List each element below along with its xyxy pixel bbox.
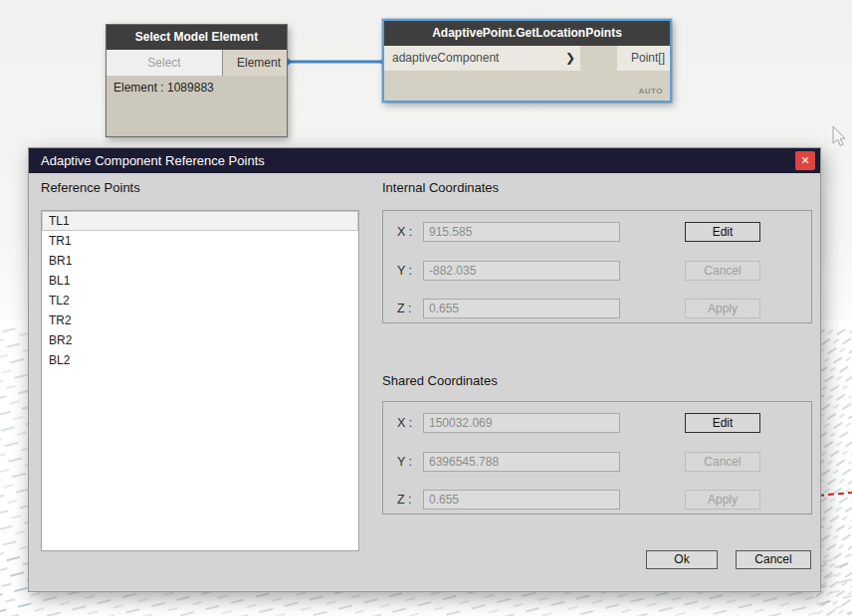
input-port-label: adaptiveComponent — [392, 51, 499, 65]
shared-x-label: X : — [397, 413, 425, 433]
select-button[interactable]: Select — [106, 50, 223, 76]
shared-z-field[interactable] — [423, 490, 620, 510]
shared-coordinates-group: X : Edit Y : Cancel Z : Apply — [382, 401, 812, 514]
shared-z-label: Z : — [397, 490, 425, 510]
internal-y-label: Y : — [397, 261, 425, 281]
node-select-model-element[interactable]: Select Model Element Select Element Elem… — [106, 24, 288, 137]
mouse-cursor — [832, 125, 850, 147]
shared-coordinates-label: Shared Coordinates — [382, 373, 498, 388]
internal-y-field[interactable] — [423, 261, 620, 281]
node-adaptivepoint-getlocationpoints[interactable]: AdaptivePoint.GetLocationPoints adaptive… — [382, 19, 672, 103]
node-title: Select Model Element — [106, 25, 287, 50]
internal-x-field[interactable] — [423, 222, 620, 242]
internal-x-label: X : — [397, 222, 425, 242]
ok-button[interactable]: Ok — [646, 550, 718, 569]
dialog-titlebar[interactable]: Adaptive Component Reference Points — [29, 148, 820, 173]
list-item[interactable]: TR1 — [42, 231, 358, 251]
list-item[interactable]: TR2 — [42, 310, 358, 330]
dialog-title: Adaptive Component Reference Points — [41, 153, 265, 168]
list-item[interactable]: BL1 — [42, 271, 358, 291]
point-output-port[interactable]: Point[] — [617, 46, 670, 71]
internal-coordinates-group: X : Edit Y : Cancel Z : Apply — [382, 210, 812, 323]
list-item[interactable]: BL2 — [42, 350, 358, 370]
list-item[interactable]: BR2 — [42, 330, 358, 350]
shared-y-field[interactable] — [423, 452, 620, 472]
reference-points-listbox[interactable]: TL1 TR1 BR1 BL1 TL2 TR2 BR2 BL2 — [41, 210, 359, 551]
element-output-port[interactable]: Element — [223, 50, 287, 76]
chevron-right-icon: ❯ — [565, 46, 575, 71]
close-icon: ✕ — [800, 154, 809, 166]
internal-cancel-button: Cancel — [685, 261, 760, 281]
dialog-cancel-button[interactable]: Cancel — [736, 550, 811, 569]
internal-z-label: Z : — [397, 299, 425, 318]
shared-edit-button[interactable]: Edit — [685, 413, 760, 433]
shared-x-field[interactable] — [423, 413, 620, 433]
adaptive-component-reference-points-dialog: Adaptive Component Reference Points ✕ Re… — [28, 147, 821, 592]
reference-points-label: Reference Points — [41, 180, 140, 195]
internal-z-field[interactable] — [423, 299, 620, 318]
list-item[interactable]: BR1 — [42, 251, 358, 271]
lacing-auto-label[interactable]: AUTO — [638, 87, 663, 96]
node-result-text: Element : 1089883 — [106, 76, 287, 136]
shared-apply-button: Apply — [685, 490, 760, 510]
adaptivecomponent-input-port[interactable]: adaptiveComponent ❯ — [384, 46, 580, 71]
shared-y-label: Y : — [397, 452, 425, 472]
list-item[interactable]: TL1 — [42, 211, 358, 231]
shared-cancel-button: Cancel — [685, 452, 760, 472]
internal-coordinates-label: Internal Coordinates — [382, 180, 499, 195]
internal-apply-button: Apply — [685, 299, 760, 318]
close-button[interactable]: ✕ — [795, 151, 815, 170]
internal-edit-button[interactable]: Edit — [685, 222, 760, 242]
list-item[interactable]: TL2 — [42, 291, 358, 310]
dynamo-workspace: Select Model Element Select Element Elem… — [0, 0, 852, 616]
node-title: AdaptivePoint.GetLocationPoints — [384, 21, 670, 46]
